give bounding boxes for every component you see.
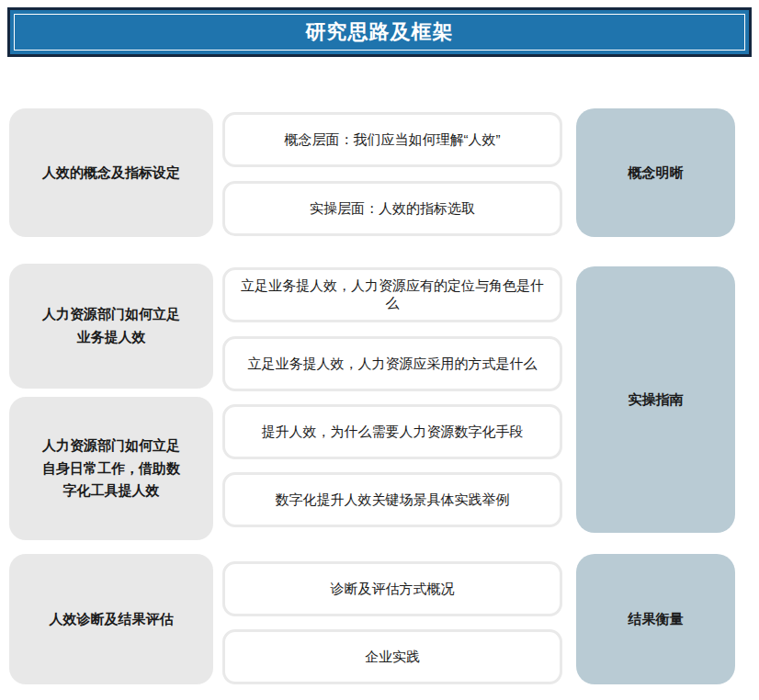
detail-label: 诊断及评估方式概况 [331, 581, 455, 598]
detail-box-practice-level: 实操层面：人效的指标选取 [222, 181, 562, 236]
topic-label: 人力资源部门如何立足自身日常工作，借助数字化工具提人效 [37, 435, 186, 502]
slide-canvas: 研究思路及框架 人效的概念及指标设定 人力资源部门如何立足业务提人效 人力资源部… [0, 0, 759, 700]
topic-box-concept-and-metrics: 人效的概念及指标设定 [9, 108, 213, 237]
outcome-box-concept-clarity: 概念明晰 [576, 108, 735, 237]
detail-box-digital-practice-examples: 数字化提升人效关键场景具体实践举例 [222, 472, 562, 527]
topic-box-diagnosis-evaluation: 人效诊断及结果评估 [9, 554, 213, 684]
detail-label: 概念层面：我们应当如何理解“人效” [285, 131, 501, 149]
detail-box-hr-role: 立足业务提人效，人力资源应有的定位与角色是什么 [222, 267, 562, 322]
outcome-label: 概念明晰 [629, 164, 684, 182]
detail-label: 企业实践 [365, 649, 420, 666]
detail-label: 立足业务提人效，人力资源应采用的方式是什么 [248, 356, 538, 373]
detail-box-hr-method: 立足业务提人效，人力资源应采用的方式是什么 [222, 336, 562, 391]
detail-box-enterprise-practice: 企业实践 [222, 629, 562, 684]
outcome-label: 实操指南 [629, 391, 684, 409]
topic-box-digital-tools-efficiency: 人力资源部门如何立足自身日常工作，借助数字化工具提人效 [9, 397, 213, 540]
topic-label: 人力资源部门如何立足业务提人效 [37, 303, 186, 349]
topic-box-business-based-efficiency: 人力资源部门如何立足业务提人效 [9, 264, 213, 389]
detail-label: 数字化提升人效关键场景具体实践举例 [276, 491, 510, 509]
topic-label: 人效诊断及结果评估 [50, 608, 174, 631]
detail-box-why-digital: 提升人效，为什么需要人力资源数字化手段 [222, 404, 562, 459]
detail-box-diagnosis-overview: 诊断及评估方式概况 [222, 561, 562, 616]
detail-box-concept-level: 概念层面：我们应当如何理解“人效” [222, 112, 562, 167]
title-banner: 研究思路及框架 [7, 7, 752, 57]
page-title: 研究思路及框架 [306, 18, 454, 46]
detail-label: 立足业务提人效，人力资源应有的定位与角色是什么 [238, 277, 547, 312]
outcome-box-result-measurement: 结果衡量 [576, 554, 735, 684]
outcome-label: 结果衡量 [629, 611, 684, 628]
outcome-box-practice-guide: 实操指南 [576, 266, 735, 533]
detail-label: 实操层面：人效的指标选取 [310, 200, 475, 218]
topic-label: 人效的概念及指标设定 [42, 162, 180, 185]
detail-label: 提升人效，为什么需要人力资源数字化手段 [262, 423, 524, 441]
